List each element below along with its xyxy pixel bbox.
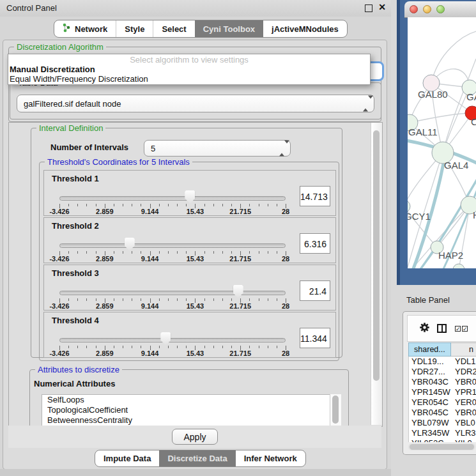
table-data-value: galFiltered.sif default node [24,99,121,109]
column-header-name[interactable]: n [451,342,476,357]
gear-icon[interactable] [419,322,430,335]
close-icon[interactable]: ✕ [378,2,386,12]
tab-cyni-toolbox-label: Cyni Toolbox [203,24,255,34]
slider-track[interactable] [59,196,286,201]
axis-tick [259,346,259,348]
threshold-value-field[interactable]: 6.316 [300,233,330,254]
float-window-icon[interactable] [365,4,372,12]
axis-tick [132,251,132,254]
number-of-intervals-label: Number of Intervals [50,142,128,152]
axis-tick [123,251,123,254]
axis-tick [204,298,205,301]
apply-button[interactable]: Apply [172,429,218,445]
slider-thumb[interactable] [125,238,135,251]
axis-tick-label: 2.859 [86,302,124,310]
network-node-label: GAL4 [444,160,468,171]
cell-name: YBL0 [454,418,475,428]
slider-track[interactable] [59,291,286,295]
axis-tick [259,251,259,254]
table-row[interactable]: YBR043CYBR0 [409,377,476,387]
axis-tick [68,251,69,254]
table-row[interactable]: YBL079WYBL0 [409,418,476,428]
axis-tick [249,346,250,348]
table-row[interactable]: YBR045CYBR0 [409,408,476,418]
zoom-traffic-light-icon[interactable] [436,5,445,13]
scrollbar-thumb[interactable] [410,444,474,450]
threshold-value-field[interactable]: 11.344 [300,328,330,348]
split-columns-icon[interactable] [437,324,447,333]
settings-vertical-scrollbar[interactable] [371,123,382,425]
scrollbar-thumb[interactable] [373,130,380,381]
network-node-label: GCY1 [408,211,431,222]
attribute-list-item[interactable]: BetweennessCentrality [42,415,330,426]
attributes-group: Attributes to discretize Numerical Attri… [29,369,349,427]
cell-name: YBR0 [454,377,476,387]
attributes-list-scrollbar[interactable] [330,394,341,427]
axis-tick-label: -3.426 [40,302,79,310]
axis-tick [123,346,123,348]
dropdown-placeholder-option[interactable]: Select algorithm to view settings [8,54,370,65]
table-row[interactable]: YDL19...YDL1 [409,357,476,367]
tab-infer-network[interactable]: Infer Network [236,450,305,466]
axis-tick [114,204,114,206]
threshold-value-field[interactable]: 14.713 [300,186,330,206]
tab-select[interactable]: Select [153,20,194,37]
axis-tick [141,298,141,301]
checkbox-icon[interactable]: ✓ [462,326,468,332]
table-row[interactable]: YLR345WYLR3 [409,428,476,438]
slider-thumb[interactable] [185,190,195,204]
interval-definition-title: Interval Definition [36,123,105,133]
scrollbar-thumb[interactable] [332,395,339,424]
table-row[interactable]: YDR27...YDR2 [409,367,476,377]
table-row[interactable]: YER054CYER0 [409,397,476,408]
axis-tick-label: 2.859 [86,255,124,263]
combo-spinner-icon [363,99,369,109]
network-window-titlebar[interactable] [404,1,476,18]
axis-tick-label: 2.859 [86,208,124,215]
checkbox-icon[interactable]: ✓ [455,326,461,332]
axis-tick [268,346,268,348]
dropdown-option-equal-width[interactable]: Equal Width/Frequency Discretization [8,74,370,84]
dropdown-option-manual-discretization[interactable]: Manual Discretization [8,65,370,74]
cyni-panel: Discretization Algorithm Table Data galF… [3,40,387,470]
axis-tick [277,298,277,301]
threshold-panel: Threshold 3-3.4262.8599.14415.4321.71528… [43,265,336,311]
tab-style-label: Style [125,24,144,34]
table-data-combobox[interactable]: galFiltered.sif default node [17,95,374,112]
threshold-panel: Threshold 2-3.4262.8599.14415.4321.71528… [43,217,336,263]
slider-thumb[interactable] [160,332,171,346]
table-panel: ✓ ✓ shared... n YDL19...YDL1YDR27...YDR2… [403,311,476,455]
tab-impute-data[interactable]: Impute Data [95,450,159,466]
tab-discretize-data[interactable]: Discretize Data [159,450,235,466]
table-horizontal-scrollbar[interactable] [408,443,475,450]
network-canvas[interactable]: GAL80GACGAL11GAL4GCY1HHAP2 [408,17,476,268]
threshold-value-field[interactable]: 21.4 [300,280,330,301]
network-node[interactable] [453,264,464,268]
tab-jactivemnodules[interactable]: jActiveMNodules [263,20,347,37]
attribute-list-item[interactable]: SelfLoops [42,395,330,405]
tab-style[interactable]: Style [116,20,153,37]
slider-thumb[interactable] [233,285,243,298]
minimize-traffic-light-icon[interactable] [423,5,431,13]
table-row[interactable]: YIL052CYIL0 [409,438,476,442]
numerical-attributes-list[interactable]: SelfLoopsTopologicalCoefficientBetweenne… [42,394,330,427]
number-of-intervals-combobox[interactable]: 5 [144,140,291,157]
axis-tick [249,204,250,206]
tab-cyni-toolbox[interactable]: Cyni Toolbox [195,20,263,37]
attribute-list-item[interactable]: TopologicalCoefficient [42,405,330,415]
axis-tick [77,298,78,301]
slider-track[interactable] [59,338,286,342]
tab-network[interactable]: Network [54,20,116,37]
axis-tick [186,298,187,301]
axis-tick-label: 15.43 [176,208,214,215]
axis-tick [222,346,223,348]
axis-tick-label: 2.859 [86,349,124,357]
column-header-shared-name[interactable]: shared... [408,342,451,357]
axis-tick [68,298,69,301]
table-row[interactable]: YPR145WYPR1 [409,387,476,397]
network-view-window[interactable]: GAL80GACGAL11GAL4GCY1HHAP2 [397,0,476,285]
close-traffic-light-icon[interactable] [410,5,418,13]
axis-tick [77,204,78,206]
axis-tick [268,251,268,254]
slider-track[interactable] [59,243,286,248]
